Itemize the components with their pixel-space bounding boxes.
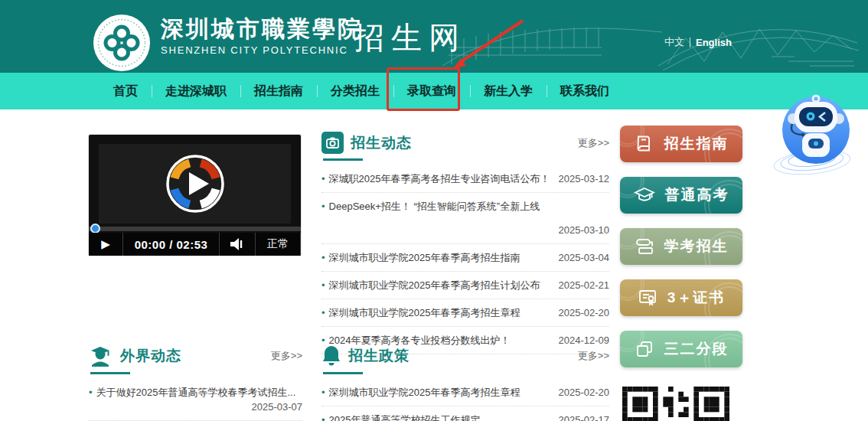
overlap-squares-icon <box>635 339 654 359</box>
section-title: 招生动态 <box>351 133 412 153</box>
news-date: 2025-03-10 <box>321 223 609 237</box>
certificate-icon <box>638 288 658 308</box>
video-volume-button[interactable] <box>220 233 256 256</box>
lang-chinese-link[interactable]: 中文 <box>664 35 684 49</box>
news-date: 2025-02-17 <box>551 413 610 421</box>
camera-icon <box>321 132 344 154</box>
video-speed-button[interactable]: 正常 <box>256 233 301 256</box>
nav-item[interactable]: 新生入学 <box>470 73 547 109</box>
policy-news-list: • 深圳城市职业学院2025年春季高考招生章程 2025-02-20 • 202… <box>321 379 609 421</box>
quick-link-label: 三二分段 <box>664 339 729 359</box>
main-navigation: 首页走进深城职招生指南分类招生录取查询新生入学联系我们 <box>0 73 868 109</box>
video-player[interactable]: ▶ 00:00 / 02:53 正常 <box>89 135 301 256</box>
brand-block: 深圳城市職業學院 SHENZHEN CITY POLYTECHNIC <box>161 15 363 56</box>
news-item[interactable]: • 深圳城市职业学院2025年春季高考招生指南 2025-03-04 <box>321 244 609 272</box>
admissions-homepage: 深圳城市職業學院 SHENZHEN CITY POLYTECHNIC 招生网 中… <box>0 0 868 421</box>
quick-links-panel: 招生指南 普通高考 学考招生 3＋证书 <box>620 126 742 382</box>
news-date: 2025-03-04 <box>551 250 610 265</box>
quick-link-label: 普通高考 <box>665 185 729 205</box>
nav-item[interactable]: 走进深城职 <box>152 73 240 109</box>
lang-divider <box>690 38 690 47</box>
bullet-icon: • <box>89 385 93 400</box>
news-title[interactable]: DeepSeek+招生！ “招生智能问答系统”全新上线 <box>329 199 609 214</box>
news-title[interactable]: 关于做好2025年普通高等学校春季考试招生... <box>96 385 302 400</box>
video-controls: ▶ 00:00 / 02:53 正常 <box>89 233 301 256</box>
bullet-icon: • <box>321 278 325 292</box>
nav-item[interactable]: 分类招生 <box>317 73 393 109</box>
news-item[interactable]: • DeepSeek+招生！ “招生智能问答系统”全新上线 2025-03-10 <box>321 193 609 244</box>
school-name-cn: 深圳城市職業學院 <box>161 15 363 43</box>
school-logo[interactable] <box>92 13 152 73</box>
section-title: 招生政策 <box>348 346 410 366</box>
section-admissions-policy: 招生政策 更多>> • 深圳城市职业学院2025年春季高考招生章程 2025-0… <box>321 344 609 421</box>
external-news-list: • 关于做好2025年普通高等学校春季考试招生... 2025-03-07 <box>89 379 302 421</box>
news-title[interactable]: 2025年普通高等学校招生工作规定 <box>329 413 551 421</box>
books-icon <box>635 237 654 256</box>
bullet-icon: • <box>321 385 325 400</box>
news-title[interactable]: 深圳城市职业学院2025年春季高考招生指南 <box>329 250 551 265</box>
admissions-news-list: • 深城职2025年春季高考各招生专业咨询电话公布！ 2025-03-12 • … <box>321 165 609 354</box>
book-icon <box>635 134 654 154</box>
qr-code-image <box>622 387 729 421</box>
news-item[interactable]: • 2025年普通高等学校招生工作规定 2025-02-17 <box>321 406 609 421</box>
news-item[interactable]: • 深圳城市职业学院2025年春季高考招生章程 2025-02-20 <box>321 299 609 327</box>
news-title[interactable]: 深圳城市职业学院2025年春季高考招生章程 <box>329 305 551 320</box>
ai-assistant-mascot[interactable] <box>769 90 860 181</box>
bullet-icon: • <box>321 199 325 214</box>
quick-link-admissions-guide[interactable]: 招生指南 <box>620 126 742 162</box>
more-link[interactable]: 更多>> <box>578 349 609 363</box>
graduation-cap-icon <box>634 185 655 205</box>
bell-icon <box>321 344 341 367</box>
news-title[interactable]: 深圳城市职业学院2025年春季高考招生章程 <box>329 385 551 400</box>
quick-link-label: 招生指南 <box>664 134 729 154</box>
news-item[interactable]: • 深圳城市职业学院2025年春季高考招生章程 2025-02-20 <box>321 379 609 406</box>
quick-link-general-gaokao[interactable]: 普通高考 <box>620 177 742 214</box>
section-header: 招生动态 更多>> <box>321 132 609 161</box>
section-header: 外界动态 更多>> <box>89 344 302 374</box>
section-header: 招生政策 更多>> <box>321 344 609 374</box>
graduate-icon <box>89 344 113 367</box>
news-date: 2025-03-12 <box>551 171 610 186</box>
quick-link-3-plus-certificate[interactable]: 3＋证书 <box>620 279 742 316</box>
news-date: 2025-02-21 <box>551 278 610 292</box>
video-screen[interactable] <box>99 144 291 224</box>
language-switcher: 中文 English <box>664 35 732 49</box>
news-date: 2025-02-20 <box>551 385 610 400</box>
video-time-display: 00:00 / 02:53 <box>123 233 220 256</box>
news-date: 2025-03-07 <box>244 400 303 414</box>
building-wireframe-decoration <box>429 5 861 70</box>
video-play-button[interactable]: ▶ <box>89 233 123 256</box>
section-title: 外界动态 <box>120 346 181 366</box>
news-item[interactable]: • 深城职2025年春季高考各招生专业咨询电话公布！ 2025-03-12 <box>321 165 609 193</box>
nav-item[interactable]: 首页 <box>100 73 152 109</box>
qr-code <box>622 387 729 421</box>
nav-item[interactable]: 招生指南 <box>240 73 317 109</box>
nav-item[interactable]: 联系我们 <box>547 73 623 109</box>
site-header: 深圳城市職業學院 SHENZHEN CITY POLYTECHNIC 招生网 中… <box>0 0 868 73</box>
news-date: 2025-02-20 <box>551 305 610 320</box>
quick-link-label: 学考招生 <box>664 237 729 256</box>
nav-item[interactable]: 录取查询 <box>393 73 470 109</box>
video-play-logo-icon[interactable] <box>165 153 226 214</box>
more-link[interactable]: 更多>> <box>578 136 609 150</box>
bullet-icon: • <box>321 413 325 421</box>
video-progress-bar[interactable] <box>89 227 301 231</box>
section-admissions-news: 招生动态 更多>> • 深城职2025年春季高考各招生专业咨询电话公布！ 202… <box>321 132 609 354</box>
bullet-icon: • <box>321 305 325 320</box>
news-title[interactable]: 深城职2025年春季高考各招生专业咨询电话公布！ <box>329 171 551 186</box>
volume-icon <box>229 237 246 251</box>
section-external-news: 外界动态 更多>> • 关于做好2025年普通高等学校春季考试招生... 202… <box>89 344 302 421</box>
news-title[interactable]: 深圳城市职业学院2025年春季高考招生计划公布 <box>329 278 551 292</box>
quick-link-xuekao-admissions[interactable]: 学考招生 <box>620 228 742 265</box>
bullet-icon: • <box>321 171 325 186</box>
quick-link-three-two-segment[interactable]: 三二分段 <box>620 331 742 367</box>
school-name-en: SHENZHEN CITY POLYTECHNIC <box>161 44 363 56</box>
more-link[interactable]: 更多>> <box>271 349 302 363</box>
lang-english-link[interactable]: English <box>696 37 732 48</box>
site-name: 招生网 <box>354 17 466 59</box>
bullet-icon: • <box>321 250 325 265</box>
quick-link-label: 3＋证书 <box>667 288 726 308</box>
news-item[interactable]: • 关于做好2025年普通高等学校春季考试招生... 2025-03-07 <box>89 379 302 421</box>
news-item[interactable]: • 深圳城市职业学院2025年春季高考招生计划公布 2025-02-21 <box>321 272 609 299</box>
